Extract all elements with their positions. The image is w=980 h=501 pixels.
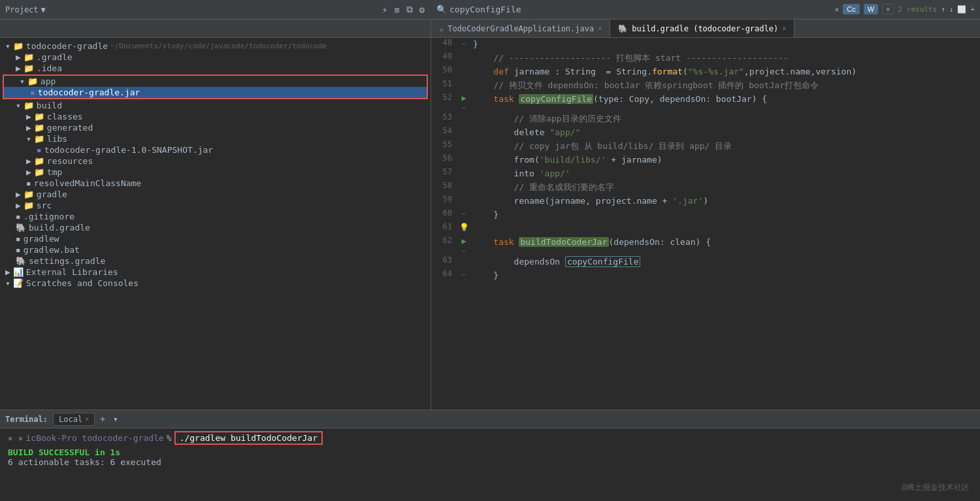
tmp-folder[interactable]: ▶ 📁 tmp <box>0 167 431 178</box>
add-terminal-icon[interactable]: + <box>100 414 105 424</box>
gitignore-name: .gitignore <box>24 212 74 221</box>
code-63: dependsOn copyConfigFile <box>470 255 980 269</box>
classes-folder[interactable]: ▶ 📁 classes <box>0 111 431 122</box>
code-line-61: 61 💡 <box>431 222 980 236</box>
code-line-53: 53 // 清除app目录的历史文件 <box>431 112 980 126</box>
terminal-label: Terminal: <box>5 415 48 424</box>
collapse-icon: ▾ <box>20 76 25 86</box>
terminal-dropdown-icon[interactable]: ▾ <box>113 414 118 424</box>
gutter-48: ⌐ <box>457 38 470 52</box>
jar-file-selected[interactable]: ▪ todocoder-gradle.jar <box>4 87 427 98</box>
line-num-55: 55 <box>431 140 457 154</box>
terminal-body: ▪ ▪ icBook-Pro todocoder-gradle % ./grad… <box>0 428 980 501</box>
gutter-56 <box>457 154 470 167</box>
idea-folder[interactable]: ▶ 📁 .idea <box>0 63 431 74</box>
folder-icon: 📁 <box>34 112 44 121</box>
code-61 <box>470 222 980 236</box>
resources-folder[interactable]: ▶ 📁 resources <box>0 155 431 167</box>
add-search-icon[interactable]: + <box>970 5 975 14</box>
root-folder[interactable]: ▾ 📁 todocoder-gradle ~/Documents/study/c… <box>0 40 431 52</box>
build-gradle-file[interactable]: 🐘 build.gradle <box>0 222 431 233</box>
clear-search-icon[interactable]: ✕ <box>835 5 840 14</box>
gutter-51 <box>457 79 470 93</box>
regex-button[interactable]: × <box>882 4 894 14</box>
folder-icon: 📁 <box>24 189 34 199</box>
code-48: } <box>470 38 980 52</box>
line-num-63: 63 <box>431 255 457 269</box>
tmp-name: tmp <box>47 167 62 177</box>
main-content: ▾ 📁 todocoder-gradle ~/Documents/study/c… <box>0 38 980 410</box>
close-tab-application[interactable]: × <box>598 25 602 32</box>
code-line-64: 64 ⌐ } <box>431 269 980 283</box>
settings-gradle-file[interactable]: 🐘 settings.gradle <box>0 255 431 267</box>
folder-icon: 📁 <box>34 123 44 133</box>
search-input[interactable] <box>449 5 835 14</box>
file-icon: ▪ <box>26 178 31 188</box>
src-name: src <box>37 201 52 210</box>
layout-icon[interactable]: ⧉ <box>405 3 414 16</box>
external-libraries-label: External Libraries <box>26 267 118 277</box>
expand-search-icon[interactable]: ⬜ <box>957 5 966 14</box>
watermark: @稀土掘金技术社区 <box>902 482 970 493</box>
scratches-icon: 📝 <box>13 278 24 288</box>
next-result-icon[interactable]: ↓ <box>949 5 954 14</box>
line-num-52: 52 <box>431 93 457 112</box>
file-icon: ▪ <box>16 234 21 244</box>
gradle-hidden-folder[interactable]: ▶ 📁 .gradle <box>0 52 431 63</box>
gradlew-file[interactable]: ▪ gradlew <box>0 233 431 244</box>
tab-label-gradle: build.gradle (todocoder-gradle) <box>632 24 778 33</box>
whole-word-button[interactable]: W <box>864 4 878 14</box>
code-49: // -------------------- 打包脚本 start -----… <box>470 52 980 65</box>
tab-build-gradle[interactable]: 🐘 build.gradle (todocoder-gradle) × <box>610 20 794 37</box>
expand-icon: ▶ <box>16 63 21 73</box>
gradlew-name: gradlew <box>24 234 59 244</box>
gutter-57 <box>457 167 470 181</box>
project-dropdown[interactable]: Project ▼ <box>5 5 46 14</box>
idea-name: .idea <box>37 63 62 73</box>
expand-icon: ▶ <box>26 156 31 166</box>
close-terminal-tab[interactable]: × <box>85 415 89 423</box>
list-icon[interactable]: ≡ <box>393 3 400 16</box>
root-folder-name: todocoder-gradle <box>26 41 108 51</box>
external-libraries[interactable]: ▶ 📊 External Libraries <box>0 267 431 278</box>
code-line-49: 49 // -------------------- 打包脚本 start --… <box>431 52 980 65</box>
collapse-icon: ▾ <box>26 134 31 144</box>
line-num-59: 59 <box>431 195 457 208</box>
build-info-message: 6 actionable tasks: 6 executed <box>8 457 972 467</box>
scratches-and-consoles[interactable]: ▾ 📝 Scratches and Consoles <box>0 278 431 289</box>
case-sensitive-button[interactable]: Cc <box>843 4 859 14</box>
generated-folder[interactable]: ▶ 📁 generated <box>0 122 431 133</box>
code-line-57: 57 into 'app/' <box>431 167 980 181</box>
search-bar: 🔍 ✕ Cc W × 2 results ↑ ↓ ⬜ + <box>431 0 980 20</box>
tab-todocoder-application[interactable]: ☕ TodoCoderGradleApplication.java × <box>431 20 610 37</box>
app-folder[interactable]: ▾ 📁 app <box>4 76 427 87</box>
folder-icon: 📁 <box>34 156 44 166</box>
gutter-54 <box>457 126 470 140</box>
gradle-folder[interactable]: ▶ 📁 gradle <box>0 189 431 200</box>
code-52: task copyConfigFile(type: Copy, dependsO… <box>470 93 980 112</box>
snapshot-jar[interactable]: ▪ todocoder-gradle-1.0-SNAPSHOT.jar <box>0 144 431 155</box>
gear-icon[interactable]: ⚙ <box>418 3 426 16</box>
line-num-57: 57 <box>431 167 457 181</box>
project-label: Project <box>5 5 39 14</box>
close-tab-gradle[interactable]: × <box>782 25 786 32</box>
line-num-62: 62 <box>431 236 457 255</box>
build-folder[interactable]: ▾ 📁 build <box>0 100 431 111</box>
tabs-right: ☕ TodoCoderGradleApplication.java × 🐘 bu… <box>431 20 794 37</box>
java-file-icon: ☕ <box>439 24 444 33</box>
libs-folder[interactable]: ▾ 📁 libs <box>0 133 431 144</box>
chevron-down-icon: ▼ <box>41 5 46 14</box>
prev-result-icon[interactable]: ↑ <box>941 5 945 14</box>
terminal-user: icBook-Pro todocoder-gradle <box>25 433 163 443</box>
libs-name: libs <box>47 134 67 144</box>
expand-icon: ▶ <box>26 123 31 133</box>
lightning-icon[interactable]: ⚡ <box>381 3 389 16</box>
gitignore-file[interactable]: ▪ .gitignore <box>0 211 431 222</box>
tab-spacer <box>0 20 431 37</box>
resolved-main-class[interactable]: ▪ resolvedMainClassName <box>0 178 431 189</box>
terminal-local-tab[interactable]: Local × <box>53 413 95 426</box>
src-folder[interactable]: ▶ 📁 src <box>0 200 431 211</box>
gradle-icon: 🐘 <box>16 256 26 266</box>
root-path: ~/Documents/study/code/javacode/todocode… <box>110 42 327 50</box>
gradlew-bat-file[interactable]: ▪ gradlew.bat <box>0 244 431 255</box>
